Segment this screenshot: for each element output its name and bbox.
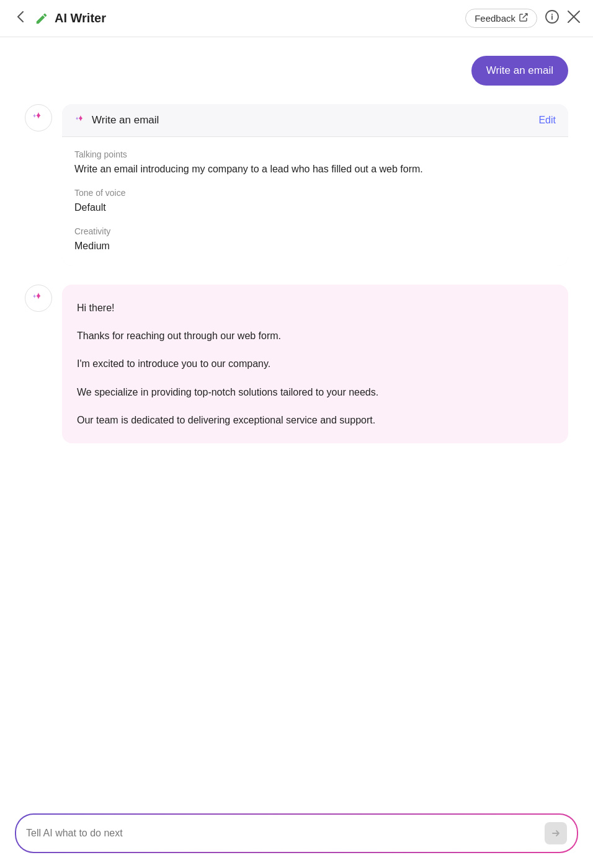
feedback-label: Feedback [475, 13, 515, 24]
feedback-button[interactable]: Feedback [465, 9, 537, 28]
info-button[interactable] [545, 9, 560, 28]
response-paragraph-5: Our team is dedicated to delivering exce… [77, 412, 553, 428]
creativity-value: Medium [74, 239, 556, 254]
close-button[interactable] [567, 10, 581, 27]
user-message-wrapper: Write an email [25, 56, 568, 86]
email-config-card: Write an email Edit Talking points Write… [62, 104, 568, 266]
response-paragraph-4: We specialize in providing top-notch sol… [77, 384, 553, 401]
response-paragraph-3: I'm excited to introduce you to our comp… [77, 355, 553, 372]
email-card-header: Write an email Edit [62, 104, 568, 137]
send-button[interactable] [545, 822, 567, 844]
page-title: AI Writer [55, 11, 106, 25]
ai-input-field[interactable] [26, 828, 545, 839]
talking-points-value: Write an email introducing my company to… [74, 162, 556, 177]
tone-value: Default [74, 200, 556, 215]
main-content: Write an email Write an email [0, 37, 593, 804]
response-paragraph-2: Thanks for reaching out through our web … [77, 327, 553, 344]
email-config-row: Write an email Edit Talking points Write… [25, 104, 568, 266]
ai-response-card: Hi there! Thanks for reaching out throug… [62, 285, 568, 443]
user-message-bubble: Write an email [471, 56, 568, 86]
app-header: AI Writer Feedback [0, 0, 593, 37]
tone-label: Tone of voice [74, 188, 556, 198]
pencil-icon [35, 12, 48, 25]
email-card-title: Write an email [92, 114, 159, 126]
email-card-title-row: Write an email [74, 114, 159, 126]
ai-avatar-config [25, 104, 52, 131]
header-right: Feedback [465, 9, 581, 28]
talking-points-section: Talking points Write an email introducin… [74, 149, 556, 177]
creativity-label: Creativity [74, 226, 556, 236]
ai-avatar-response [25, 285, 52, 312]
creativity-section: Creativity Medium [74, 226, 556, 254]
response-paragraph-1: Hi there! [77, 299, 553, 316]
tone-section: Tone of voice Default [74, 188, 556, 215]
response-text: Hi there! Thanks for reaching out throug… [77, 299, 553, 428]
email-card-body: Talking points Write an email introducin… [62, 137, 568, 266]
external-link-icon [519, 13, 528, 24]
input-bar-wrapper [0, 804, 593, 868]
talking-points-label: Talking points [74, 149, 556, 159]
edit-button[interactable]: Edit [538, 115, 556, 126]
input-bar [15, 813, 578, 853]
header-left: AI Writer [12, 9, 106, 28]
ai-response-row: Hi there! Thanks for reaching out throug… [25, 285, 568, 443]
back-button[interactable] [12, 9, 29, 28]
user-message-text: Write an email [486, 64, 553, 76]
